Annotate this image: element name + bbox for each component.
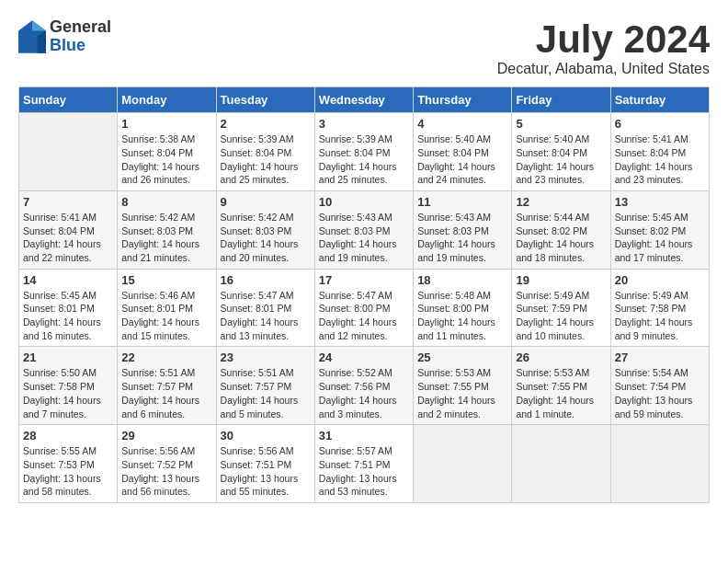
calendar-cell: 11Sunrise: 5:43 AMSunset: 8:03 PMDayligh… — [414, 190, 512, 269]
day-number: 3 — [319, 117, 409, 131]
calendar-cell: 8Sunrise: 5:42 AMSunset: 8:03 PMDaylight… — [118, 190, 216, 269]
cell-content: Sunrise: 5:40 AMSunset: 8:04 PMDaylight:… — [516, 132, 606, 187]
day-number: 6 — [615, 117, 705, 131]
cell-content: Sunrise: 5:39 AMSunset: 8:04 PMDaylight:… — [319, 132, 409, 187]
cell-content: Sunrise: 5:46 AMSunset: 8:01 PMDaylight:… — [121, 289, 211, 343]
calendar-cell — [414, 425, 512, 503]
day-number: 9 — [221, 195, 311, 209]
calendar-cell: 6Sunrise: 5:41 AMSunset: 8:04 PMDaylight… — [610, 113, 709, 191]
calendar-cell: 15Sunrise: 5:46 AMSunset: 8:01 PMDayligh… — [118, 269, 216, 347]
calendar-cell: 19Sunrise: 5:49 AMSunset: 7:59 PMDayligh… — [512, 269, 610, 347]
day-number: 21 — [23, 350, 113, 364]
cell-content: Sunrise: 5:41 AMSunset: 8:04 PMDaylight:… — [615, 132, 705, 187]
day-number: 14 — [23, 273, 113, 287]
calendar-cell: 27Sunrise: 5:54 AMSunset: 7:54 PMDayligh… — [610, 347, 709, 425]
column-header-monday: Monday — [118, 87, 216, 113]
week-row-4: 21Sunrise: 5:50 AMSunset: 7:58 PMDayligh… — [19, 347, 710, 425]
calendar-cell: 3Sunrise: 5:39 AMSunset: 8:04 PMDaylight… — [314, 113, 413, 191]
week-row-5: 28Sunrise: 5:55 AMSunset: 7:53 PMDayligh… — [19, 425, 710, 503]
calendar-cell: 29Sunrise: 5:56 AMSunset: 7:52 PMDayligh… — [118, 425, 216, 503]
day-number: 1 — [121, 117, 211, 131]
week-row-1: 1Sunrise: 5:38 AMSunset: 8:04 PMDaylight… — [19, 113, 710, 191]
logo: General Blue — [18, 18, 111, 55]
week-row-2: 7Sunrise: 5:41 AMSunset: 8:04 PMDaylight… — [19, 190, 710, 269]
location: Decatur, Alabama, United States — [497, 61, 710, 77]
calendar-cell: 25Sunrise: 5:53 AMSunset: 7:55 PMDayligh… — [414, 347, 512, 425]
header-row: SundayMondayTuesdayWednesdayThursdayFrid… — [19, 87, 710, 113]
page-header: General Blue July 2024 Decatur, Alabama,… — [18, 18, 710, 77]
day-number: 11 — [417, 195, 507, 209]
day-number: 30 — [221, 429, 311, 442]
cell-content: Sunrise: 5:56 AMSunset: 7:52 PMDaylight:… — [121, 444, 211, 499]
day-number: 18 — [417, 273, 507, 287]
calendar-cell — [512, 425, 610, 503]
column-header-saturday: Saturday — [610, 87, 709, 113]
month-title: July 2024 — [497, 18, 710, 61]
cell-content: Sunrise: 5:40 AMSunset: 8:04 PMDaylight:… — [417, 132, 507, 187]
day-number: 29 — [121, 429, 211, 442]
calendar-cell: 22Sunrise: 5:51 AMSunset: 7:57 PMDayligh… — [118, 347, 216, 425]
cell-content: Sunrise: 5:49 AMSunset: 7:59 PMDaylight:… — [516, 289, 606, 343]
cell-content: Sunrise: 5:45 AMSunset: 8:01 PMDaylight:… — [23, 289, 113, 343]
cell-content: Sunrise: 5:49 AMSunset: 7:58 PMDaylight:… — [615, 289, 705, 343]
cell-content: Sunrise: 5:56 AMSunset: 7:51 PMDaylight:… — [221, 444, 311, 499]
calendar-cell: 5Sunrise: 5:40 AMSunset: 8:04 PMDaylight… — [512, 113, 610, 191]
day-number: 26 — [516, 350, 606, 364]
calendar-cell: 24Sunrise: 5:52 AMSunset: 7:56 PMDayligh… — [314, 347, 413, 425]
day-number: 10 — [319, 195, 409, 209]
cell-content: Sunrise: 5:51 AMSunset: 7:57 PMDaylight:… — [221, 366, 311, 420]
cell-content: Sunrise: 5:54 AMSunset: 7:54 PMDaylight:… — [615, 366, 705, 420]
calendar-cell: 20Sunrise: 5:49 AMSunset: 7:58 PMDayligh… — [610, 269, 709, 347]
column-header-wednesday: Wednesday — [314, 87, 413, 113]
day-number: 27 — [615, 350, 705, 364]
calendar-cell: 7Sunrise: 5:41 AMSunset: 8:04 PMDaylight… — [19, 190, 118, 269]
day-number: 16 — [221, 273, 311, 287]
calendar-cell: 28Sunrise: 5:55 AMSunset: 7:53 PMDayligh… — [19, 425, 118, 503]
cell-content: Sunrise: 5:43 AMSunset: 8:03 PMDaylight:… — [417, 211, 507, 265]
column-header-thursday: Thursday — [414, 87, 512, 113]
calendar-cell: 14Sunrise: 5:45 AMSunset: 8:01 PMDayligh… — [19, 269, 118, 347]
calendar-cell — [19, 113, 118, 191]
cell-content: Sunrise: 5:57 AMSunset: 7:51 PMDaylight:… — [319, 444, 409, 499]
cell-content: Sunrise: 5:52 AMSunset: 7:56 PMDaylight:… — [319, 366, 409, 420]
column-header-sunday: Sunday — [19, 87, 118, 113]
cell-content: Sunrise: 5:53 AMSunset: 7:55 PMDaylight:… — [516, 366, 606, 420]
cell-content: Sunrise: 5:53 AMSunset: 7:55 PMDaylight:… — [417, 366, 507, 420]
day-number: 2 — [221, 117, 311, 131]
day-number: 15 — [121, 273, 211, 287]
column-header-tuesday: Tuesday — [216, 87, 314, 113]
cell-content: Sunrise: 5:50 AMSunset: 7:58 PMDaylight:… — [23, 366, 113, 420]
week-row-3: 14Sunrise: 5:45 AMSunset: 8:01 PMDayligh… — [19, 269, 710, 347]
logo-text: General Blue — [50, 18, 111, 55]
day-number: 28 — [23, 429, 113, 442]
calendar-cell: 9Sunrise: 5:42 AMSunset: 8:03 PMDaylight… — [216, 190, 314, 269]
day-number: 31 — [319, 429, 409, 442]
calendar-cell: 10Sunrise: 5:43 AMSunset: 8:03 PMDayligh… — [314, 190, 413, 269]
day-number: 13 — [615, 195, 705, 209]
calendar-cell: 30Sunrise: 5:56 AMSunset: 7:51 PMDayligh… — [216, 425, 314, 503]
calendar-cell — [610, 425, 709, 503]
cell-content: Sunrise: 5:38 AMSunset: 8:04 PMDaylight:… — [121, 132, 211, 187]
cell-content: Sunrise: 5:51 AMSunset: 7:57 PMDaylight:… — [121, 366, 211, 420]
logo-blue: Blue — [50, 37, 111, 55]
cell-content: Sunrise: 5:41 AMSunset: 8:04 PMDaylight:… — [23, 211, 113, 265]
svg-marker-1 — [32, 20, 46, 30]
day-number: 23 — [221, 350, 311, 364]
day-number: 12 — [516, 195, 606, 209]
day-number: 22 — [121, 350, 211, 364]
cell-content: Sunrise: 5:44 AMSunset: 8:02 PMDaylight:… — [516, 211, 606, 265]
day-number: 8 — [121, 195, 211, 209]
day-number: 20 — [615, 273, 705, 287]
column-header-friday: Friday — [512, 87, 610, 113]
cell-content: Sunrise: 5:43 AMSunset: 8:03 PMDaylight:… — [319, 211, 409, 265]
day-number: 24 — [319, 350, 409, 364]
calendar-cell: 4Sunrise: 5:40 AMSunset: 8:04 PMDaylight… — [414, 113, 512, 191]
cell-content: Sunrise: 5:42 AMSunset: 8:03 PMDaylight:… — [121, 211, 211, 265]
calendar-cell: 31Sunrise: 5:57 AMSunset: 7:51 PMDayligh… — [314, 425, 413, 503]
cell-content: Sunrise: 5:39 AMSunset: 8:04 PMDaylight:… — [221, 132, 311, 187]
calendar-cell: 26Sunrise: 5:53 AMSunset: 7:55 PMDayligh… — [512, 347, 610, 425]
cell-content: Sunrise: 5:47 AMSunset: 8:01 PMDaylight:… — [221, 289, 311, 343]
calendar-cell: 18Sunrise: 5:48 AMSunset: 8:00 PMDayligh… — [414, 269, 512, 347]
cell-content: Sunrise: 5:55 AMSunset: 7:53 PMDaylight:… — [23, 444, 113, 499]
day-number: 19 — [516, 273, 606, 287]
